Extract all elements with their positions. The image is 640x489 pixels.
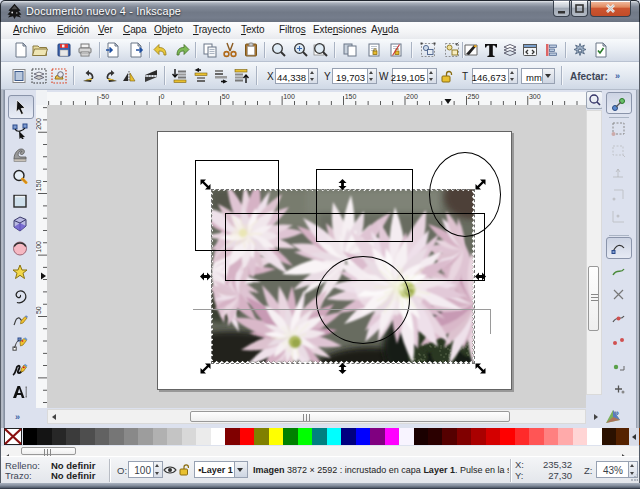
svg-text:250: 250 <box>468 93 480 100</box>
svg-text:200: 200 <box>36 118 43 130</box>
svg-text:50: 50 <box>222 93 230 100</box>
svg-text:150: 150 <box>36 179 43 191</box>
svg-text:0: 0 <box>160 93 164 100</box>
svg-text:100: 100 <box>36 241 43 253</box>
svg-text:50: 50 <box>36 306 43 314</box>
svg-text:-50: -50 <box>99 93 109 100</box>
svg-text:100: 100 <box>283 93 295 100</box>
svg-text:200: 200 <box>406 93 418 100</box>
svg-text:150: 150 <box>345 93 357 100</box>
svg-text:300: 300 <box>529 93 541 100</box>
